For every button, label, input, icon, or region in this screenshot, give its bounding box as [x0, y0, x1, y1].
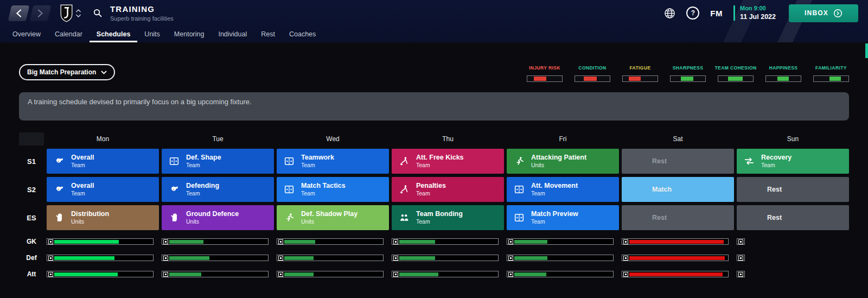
- cell-text: Rest: [742, 214, 782, 221]
- session-cell[interactable]: Att. Movement Team: [507, 177, 619, 202]
- session-cell[interactable]: Overall Team: [47, 149, 159, 174]
- juventus-crest-icon[interactable]: [60, 4, 73, 22]
- scrollbar-thumb[interactable]: [865, 43, 868, 58]
- unit-icon: [48, 256, 53, 261]
- title-bar: TRAINING Superb training facilities ? FM…: [0, 0, 868, 26]
- search-button[interactable]: [93, 8, 103, 18]
- load-cell: [162, 238, 274, 245]
- load-bar-fill: [514, 272, 546, 276]
- session-cell[interactable]: Overall Team: [47, 177, 159, 202]
- meter-fill: [584, 77, 597, 81]
- page-title: TRAINING: [110, 5, 174, 13]
- session-cell[interactable]: Def. Shadow Play Units: [277, 205, 389, 230]
- load-bar-fill: [54, 240, 119, 244]
- status-meter: FAMILIARITY: [813, 65, 849, 82]
- session-cell[interactable]: Distribution Units: [47, 205, 159, 230]
- help-button[interactable]: ?: [686, 7, 699, 20]
- unit-icon: [393, 239, 398, 244]
- meter-track: [670, 75, 706, 82]
- board-icon: [282, 154, 296, 168]
- session-title: Overall: [71, 154, 94, 162]
- status-meter: INJURY RISK: [527, 65, 563, 82]
- players-icon: [397, 211, 411, 225]
- whistle-icon: [167, 182, 181, 196]
- load-bar: [507, 238, 614, 245]
- session-unit: Team: [531, 218, 578, 225]
- session-unit: Team: [186, 162, 221, 169]
- tab-calendar[interactable]: Calendar: [48, 26, 90, 42]
- load-cell: [622, 238, 734, 245]
- session-cell[interactable]: Match Preview Team: [507, 205, 619, 230]
- session-title: Defending: [186, 182, 219, 190]
- tab-individual[interactable]: Individual: [211, 26, 254, 42]
- load-bar: [277, 238, 384, 245]
- session-cell[interactable]: Match Tactics Team: [277, 177, 389, 202]
- inbox-button[interactable]: INBOX: [789, 4, 858, 22]
- tab-units[interactable]: Units: [137, 26, 167, 42]
- meter-fill: [829, 77, 841, 81]
- search-icon: [93, 8, 103, 18]
- load-bar: [47, 271, 154, 277]
- unit-icon: [738, 272, 743, 277]
- schedule-rows: S1 Overall Team Def. Shape Team Teamwork…: [19, 149, 849, 230]
- session-cell[interactable]: Def. Shape Team: [162, 149, 274, 174]
- load-cell: [277, 238, 389, 245]
- session-cell[interactable]: Recovery Team: [737, 149, 849, 174]
- load-cell: [622, 255, 734, 261]
- schedule-row: ES Distribution Units Ground Defence Uni…: [19, 205, 849, 230]
- day-header: Sun: [737, 132, 849, 145]
- session-cell[interactable]: Ground Defence Units: [162, 205, 274, 230]
- load-bar-fill: [284, 272, 314, 276]
- session-cell[interactable]: Defending Team: [162, 177, 274, 202]
- tab-rest[interactable]: Rest: [254, 26, 282, 42]
- session-cell[interactable]: Attacking Patient Units: [507, 149, 619, 174]
- session-title: Attacking Patient: [531, 154, 586, 162]
- meter-fill: [681, 77, 693, 81]
- load-cell: [162, 255, 274, 261]
- workload-row: Att: [19, 270, 849, 278]
- day-header: Sat: [622, 132, 734, 145]
- session-unit: Team: [71, 162, 94, 169]
- session-cell[interactable]: Rest: [622, 205, 734, 230]
- tab-coaches[interactable]: Coaches: [282, 26, 323, 42]
- unit-icon: [623, 272, 628, 277]
- back-button[interactable]: [8, 5, 30, 21]
- load-bar: [392, 255, 499, 261]
- load-bar: [162, 238, 269, 245]
- session-title: Distribution: [71, 210, 109, 218]
- load-bar-fill: [399, 272, 438, 276]
- kick-icon: [397, 154, 411, 168]
- tab-overview[interactable]: Overview: [5, 26, 48, 42]
- content: Big Match Preparation INJURY RISK CONDIT…: [0, 42, 868, 278]
- session-cell[interactable]: Teamwork Team: [277, 149, 389, 174]
- tab-mentoring[interactable]: Mentoring: [167, 26, 212, 42]
- session-cell[interactable]: Match: [622, 177, 734, 202]
- session-cell[interactable]: Rest: [737, 177, 849, 202]
- board-icon: [512, 211, 526, 225]
- schedule-dropdown[interactable]: Big Match Preparation: [19, 64, 115, 80]
- world-button[interactable]: [664, 8, 675, 19]
- game-clock: Mon 9:00 11 Jul 2022: [733, 5, 776, 21]
- session-unit: Units: [531, 162, 586, 169]
- forward-button[interactable]: [30, 5, 52, 21]
- load-cell: [162, 271, 274, 277]
- page-title-block: TRAINING Superb training facilities: [110, 5, 174, 22]
- session-unit: Team: [416, 190, 446, 197]
- load-bar: [47, 255, 154, 261]
- runner-icon: [512, 154, 526, 168]
- session-cell[interactable]: Team Bonding Team: [392, 205, 504, 230]
- session-unit: Units: [301, 218, 358, 225]
- load-bar: [162, 271, 269, 277]
- session-cell[interactable]: Att. Free Kicks Team: [392, 149, 504, 174]
- session-cell[interactable]: Penalties Team: [392, 177, 504, 202]
- load-row-label: Def: [19, 254, 44, 262]
- session-cell[interactable]: Rest: [737, 205, 849, 230]
- session-cell[interactable]: Rest: [622, 149, 734, 174]
- load-bar: [392, 271, 499, 277]
- load-row-label: GK: [19, 238, 44, 245]
- day-header: Tue: [162, 132, 274, 145]
- team-stepper[interactable]: [76, 9, 81, 17]
- load-cell: [392, 238, 504, 245]
- tab-schedules[interactable]: Schedules: [90, 26, 138, 42]
- session-row-label: S2: [19, 177, 44, 202]
